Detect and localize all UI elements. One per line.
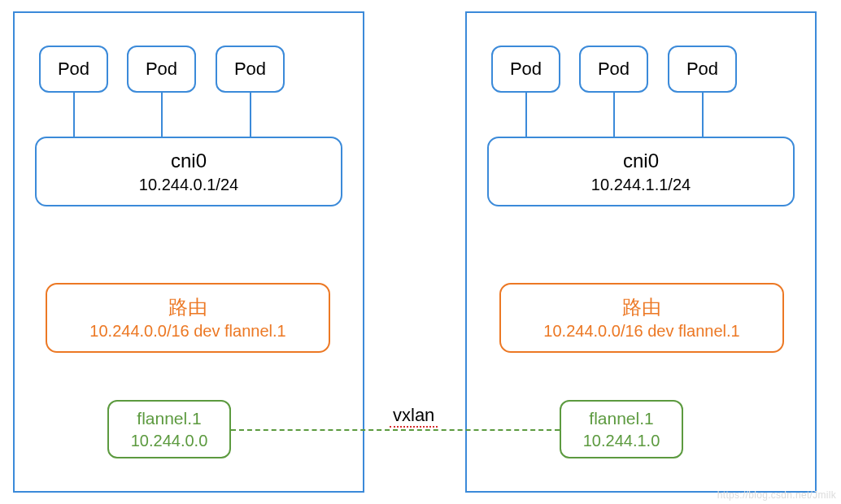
cni-cidr: 10.244.0.1/24 [139, 174, 238, 195]
flannel-name: flannel.1 [137, 407, 201, 429]
cni-cidr: 10.244.1.1/24 [591, 174, 691, 195]
pod-left-3: Pod [216, 46, 285, 93]
flannel-left: flannel.1 10.244.0.0 [107, 400, 231, 458]
flannel-right: flannel.1 10.244.1.0 [560, 400, 683, 458]
route-detail: 10.244.0.0/16 dev flannel.1 [543, 320, 739, 341]
pod-right-2: Pod [579, 46, 648, 93]
cni-name: cni0 [171, 148, 207, 173]
pod-line [613, 93, 615, 137]
pod-line [250, 93, 251, 137]
route-left: 路由 10.244.0.0/16 dev flannel.1 [46, 283, 330, 353]
pod-line [702, 93, 704, 137]
pod-left-2: Pod [127, 46, 196, 93]
vxlan-label: vxlan [390, 405, 438, 428]
route-detail: 10.244.0.0/16 dev flannel.1 [89, 320, 285, 341]
pod-line [161, 93, 163, 137]
cni-name: cni0 [623, 148, 659, 173]
watermark: https://blog.csdn.net/Jmilk [717, 489, 836, 501]
flannel-name: flannel.1 [589, 407, 653, 429]
pod-right-3: Pod [668, 46, 737, 93]
cni-left: cni0 10.244.0.1/24 [35, 137, 342, 206]
flannel-ip: 10.244.0.0 [131, 430, 208, 451]
pod-right-1: Pod [491, 46, 560, 93]
pod-line [525, 93, 527, 137]
cni-right: cni0 10.244.1.1/24 [487, 137, 795, 206]
route-right: 路由 10.244.0.0/16 dev flannel.1 [499, 283, 784, 353]
pod-line [73, 93, 75, 137]
vxlan-link [231, 429, 560, 431]
pod-left-1: Pod [39, 46, 108, 93]
flannel-ip: 10.244.1.0 [583, 430, 660, 451]
route-title: 路由 [168, 294, 207, 319]
route-title: 路由 [622, 294, 661, 319]
